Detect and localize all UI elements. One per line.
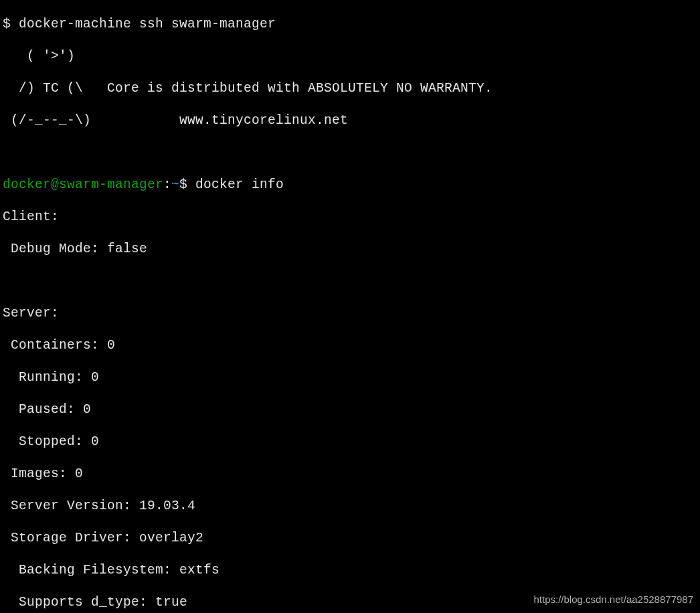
server-backing-fs: Backing Filesystem: extfs — [0, 562, 700, 578]
prompt-tilde: ~ — [171, 177, 179, 192]
ascii-art-line-1: ( '>') — [0, 48, 700, 64]
ascii-art-line-2: /) TC (\ Core is distributed with ABSOLU… — [0, 80, 700, 96]
docker-info-command: docker info — [195, 177, 284, 192]
server-stopped: Stopped: 0 — [0, 434, 700, 450]
server-paused: Paused: 0 — [0, 402, 700, 418]
server-images: Images: 0 — [0, 466, 700, 482]
ssh-command: docker-machine ssh swarm-manager — [19, 17, 276, 31]
prompt-user-host: docker@swarm-manager — [3, 177, 163, 192]
watermark-text: https://blog.csdn.net/aa2528877987 — [533, 592, 693, 608]
blank-line — [0, 145, 700, 161]
server-version: Server Version: 19.03.4 — [0, 498, 700, 514]
prompt-sep: : — [163, 177, 171, 192]
server-header: Server: — [0, 305, 700, 321]
ssh-command-line: $ docker-machine ssh swarm-manager — [0, 16, 700, 32]
blank-line-2 — [0, 273, 700, 289]
docker-info-prompt-line: docker@swarm-manager:~$ docker info — [0, 177, 700, 193]
server-running: Running: 0 — [0, 369, 700, 385]
server-storage-driver: Storage Driver: overlay2 — [0, 530, 700, 546]
client-debug-mode: Debug Mode: false — [0, 241, 700, 257]
prompt-dollar: $ — [3, 17, 19, 31]
server-containers: Containers: 0 — [0, 337, 700, 353]
terminal-output: $ docker-machine ssh swarm-manager ( '>'… — [0, 0, 700, 613]
ascii-art-line-3: (/-_--_-\) www.tinycorelinux.net — [0, 112, 700, 128]
client-header: Client: — [0, 209, 700, 225]
prompt-dollar-2: $ — [179, 177, 195, 192]
